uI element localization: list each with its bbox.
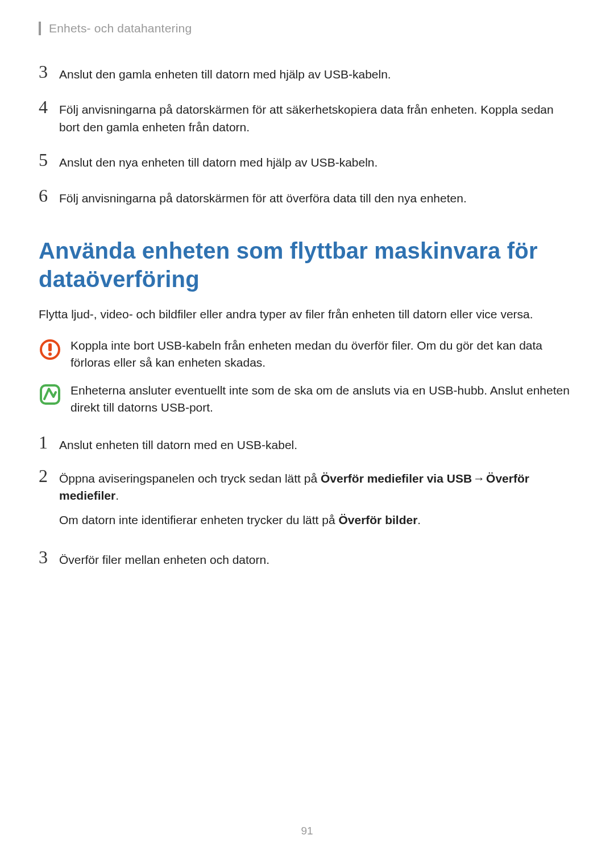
step2-period: . [115, 489, 119, 502]
step-number: 1 [39, 433, 59, 451]
step-item: 2 Öppna aviseringspanelen och tryck seda… [39, 467, 575, 535]
step-text: Anslut den nya enheten till datorn med h… [59, 151, 377, 171]
header-rule [39, 22, 41, 35]
section-heading: Använda enheten som flyttbar maskinvara … [39, 236, 575, 293]
steps-new: 1 Anslut enheten till datorn med en USB-… [39, 433, 575, 568]
warning-text: Koppla inte bort USB-kabeln från enheten… [70, 337, 575, 372]
step-item: 3 Anslut den gamla enheten till datorn m… [39, 63, 575, 83]
step-number: 2 [39, 467, 59, 485]
step-item: 6 Följ anvisningarna på datorskärmen för… [39, 186, 575, 207]
step2-pre: Öppna aviseringspanelen och tryck sedan … [59, 472, 321, 485]
step-item: 3 Överför filer mellan enheten och dator… [39, 548, 575, 568]
step2-bold1: Överför mediefiler via USB [321, 472, 472, 485]
step-number: 6 [39, 186, 59, 205]
arrow-icon: → [472, 470, 486, 487]
step-text: Anslut enheten till datorn med en USB-ka… [59, 433, 297, 454]
warning-icon [39, 338, 61, 361]
step-text: Öppna aviseringspanelen och tryck sedan … [59, 467, 575, 535]
warning-note: Koppla inte bort USB-kabeln från enheten… [39, 337, 575, 372]
info-icon [39, 383, 61, 406]
document-page: Enhets- och datahantering 3 Anslut den g… [0, 0, 614, 569]
page-header: Enhets- och datahantering [39, 22, 575, 35]
step-text: Följ anvisningarna på datorskärmen för a… [59, 186, 467, 207]
header-title: Enhets- och datahantering [49, 22, 192, 35]
step2-line2-bold: Överför bilder [338, 513, 417, 526]
svg-rect-1 [48, 343, 52, 351]
step-text: Överför filer mellan enheten och datorn. [59, 548, 269, 568]
info-note: Enheterna ansluter eventuellt inte som d… [39, 382, 575, 417]
step-number: 4 [39, 98, 59, 116]
page-number: 91 [0, 825, 614, 837]
step-item: 1 Anslut enheten till datorn med en USB-… [39, 433, 575, 454]
info-text: Enheterna ansluter eventuellt inte som d… [70, 382, 575, 417]
step-text: Följ anvisningarna på datorskärmen för a… [59, 98, 575, 136]
step-item: 4 Följ anvisningarna på datorskärmen för… [39, 98, 575, 136]
step-number: 5 [39, 151, 59, 169]
steps-continued: 3 Anslut den gamla enheten till datorn m… [39, 63, 575, 207]
svg-point-2 [48, 352, 52, 356]
svg-rect-3 [41, 385, 59, 404]
step-number: 3 [39, 548, 59, 566]
section-lead: Flytta ljud-, video- och bildfiler eller… [39, 306, 575, 323]
step-text: Anslut den gamla enheten till datorn med… [59, 63, 391, 83]
step2-line2-period: . [417, 513, 421, 526]
step-number: 3 [39, 63, 59, 81]
step-item: 5 Anslut den nya enheten till datorn med… [39, 151, 575, 171]
step2-line2-pre: Om datorn inte identifierar enheten tryc… [59, 513, 338, 526]
